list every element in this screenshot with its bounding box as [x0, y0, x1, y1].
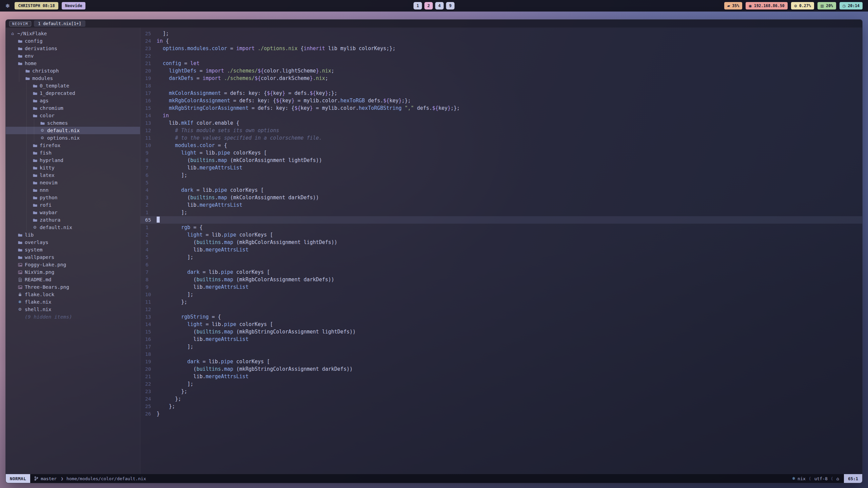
- tree-item-ags[interactable]: ags: [6, 97, 140, 104]
- code-line[interactable]: 21 config = let: [140, 60, 862, 67]
- code-line[interactable]: 4 dark = lib.pipe colorKeys [: [140, 186, 862, 194]
- user-uptime-module[interactable]: CHRISTOPH 08:18: [15, 2, 58, 9]
- volume-module[interactable]: ▰35%: [724, 2, 742, 9]
- code-line[interactable]: 2 lib.mergeAttrsList: [140, 201, 862, 209]
- code-line[interactable]: 20 lightDefs = import ./schemes/${color.…: [140, 67, 862, 75]
- code-line[interactable]: 2 light = lib.pipe colorKeys [: [140, 231, 862, 239]
- tree-item-kitty[interactable]: kitty: [6, 164, 140, 171]
- code-line[interactable]: 5 ];: [140, 253, 862, 261]
- code-line[interactable]: 24 };: [140, 395, 862, 403]
- tree-item-default-nix[interactable]: ⚙default.nix: [6, 127, 140, 134]
- code-line[interactable]: 5: [140, 179, 862, 186]
- git-branch[interactable]: master: [30, 476, 61, 481]
- tree-item-hyprland[interactable]: hyprland: [6, 157, 140, 164]
- code-line[interactable]: 18: [140, 350, 862, 358]
- code-line[interactable]: 6: [140, 261, 862, 268]
- code-line[interactable]: 16 mkRgbColorAssignment = defs: key: {${…: [140, 97, 862, 104]
- tree-item-env[interactable]: env: [6, 52, 140, 60]
- tree-item-config[interactable]: config: [6, 37, 140, 45]
- tree-item-0-template[interactable]: 0_template: [6, 82, 140, 89]
- tree-item-chromium[interactable]: chromium: [6, 104, 140, 112]
- tree-item-latex[interactable]: latex: [6, 171, 140, 179]
- tree-item-9-hidden-items[interactable]: (9 hidden items): [6, 313, 140, 321]
- tree-item-schemes[interactable]: schemes: [6, 119, 140, 127]
- workspace-2[interactable]: 2: [425, 2, 433, 9]
- workspace-4[interactable]: 4: [435, 2, 444, 9]
- tree-item-wallpapers[interactable]: wallpapers: [6, 253, 140, 261]
- code-line[interactable]: 7 dark = lib.pipe colorKeys [: [140, 268, 862, 276]
- code-line[interactable]: 11 # to the values specified in a colors…: [140, 134, 862, 142]
- code-line[interactable]: 19 dark = lib.pipe colorKeys [: [140, 358, 862, 365]
- tree-item-rofi[interactable]: rofi: [6, 201, 140, 209]
- tree-item-shell-nix[interactable]: ⚙shell.nix: [6, 306, 140, 313]
- code-line[interactable]: 23 };: [140, 388, 862, 395]
- tree-item-fish[interactable]: fish: [6, 149, 140, 157]
- tree-item-nnn[interactable]: nnn: [6, 186, 140, 194]
- tree-item-three-bears-png[interactable]: Three-Bears.png: [6, 283, 140, 291]
- code-line[interactable]: 22 ];: [140, 380, 862, 388]
- code-line[interactable]: 65: [140, 216, 862, 224]
- tree-item-foggy-lake-png[interactable]: Foggy-Lake.png: [6, 261, 140, 268]
- workspace-9[interactable]: 9: [446, 2, 455, 9]
- tree-item-home[interactable]: home: [6, 60, 140, 67]
- clock-module[interactable]: ◷20:14: [840, 2, 863, 9]
- tree-item-nixvim-png[interactable]: NixVim.png: [6, 268, 140, 276]
- tree-item-python[interactable]: python: [6, 194, 140, 201]
- tree-item-readme-md[interactable]: README.md: [6, 276, 140, 283]
- code-line[interactable]: 17 ];: [140, 343, 862, 350]
- memory-module[interactable]: ▥20%: [817, 2, 836, 9]
- file-tree-panel[interactable]: ⌂~/NixFlakeconfigderivationsenvhomechris…: [6, 28, 140, 474]
- code-line[interactable]: 4 lib.mergeAttrsList: [140, 246, 862, 253]
- editor-pane[interactable]: 25 ];24in {23 options.modules.color = im…: [140, 28, 862, 474]
- code-line[interactable]: 9 lib.mergeAttrsList: [140, 283, 862, 291]
- tree-item-modules[interactable]: modules: [6, 75, 140, 82]
- tree-item-overlays[interactable]: overlays: [6, 239, 140, 246]
- tree-item-firefox[interactable]: firefox: [6, 142, 140, 149]
- code-line[interactable]: 21 lib.mergeAttrsList: [140, 373, 862, 380]
- code-line[interactable]: 25 ];: [140, 30, 862, 37]
- tree-item-flake-lock[interactable]: flake.lock: [6, 291, 140, 298]
- code-line[interactable]: 25 };: [140, 403, 862, 410]
- code-line[interactable]: 12: [140, 306, 862, 313]
- code-line[interactable]: 8 (builtins.map (mkRgbColorAssignment da…: [140, 276, 862, 283]
- tree-item-1-deprecated[interactable]: 1_deprecated: [6, 89, 140, 97]
- code-line[interactable]: 24in {: [140, 37, 862, 45]
- tree-item-system[interactable]: system: [6, 246, 140, 253]
- code-line[interactable]: 9 light = lib.pipe colorKeys [: [140, 149, 862, 157]
- code-line[interactable]: 1 ];: [140, 209, 862, 216]
- code-line[interactable]: 13 rgbString = {: [140, 313, 862, 321]
- tree-item-neovim[interactable]: neovim: [6, 179, 140, 186]
- code-line[interactable]: 15 mkRgbStringColorAssignment = defs: ke…: [140, 104, 862, 112]
- app-module[interactable]: Neovide: [62, 2, 86, 9]
- code-line[interactable]: 12 # This module sets its own options: [140, 127, 862, 134]
- code-line[interactable]: 13 lib.mkIf color.enable {: [140, 119, 862, 127]
- code-line[interactable]: 18: [140, 82, 862, 89]
- code-line[interactable]: 17 mkColorAssignment = defs: key: {${key…: [140, 89, 862, 97]
- tree-item-waybar[interactable]: waybar: [6, 209, 140, 216]
- code-line[interactable]: 11 };: [140, 298, 862, 306]
- tree-item-christoph[interactable]: christoph: [6, 67, 140, 75]
- code-line[interactable]: 1 rgb = {: [140, 224, 862, 231]
- tree-item-options-nix[interactable]: ⚙options.nix: [6, 134, 140, 142]
- tree-item-default-nix[interactable]: ⚙default.nix: [6, 224, 140, 231]
- tree-item-zathura[interactable]: zathura: [6, 216, 140, 224]
- tree-item-color[interactable]: color: [6, 112, 140, 119]
- code-line[interactable]: 16 lib.mergeAttrsList: [140, 336, 862, 343]
- code-line[interactable]: 10 modules.color = {: [140, 142, 862, 149]
- workspace-1[interactable]: 1: [414, 2, 422, 9]
- cpu-module[interactable]: ⊙0.27%: [791, 2, 814, 9]
- code-line[interactable]: 3 (builtins.map (mkColorAssignment darkD…: [140, 194, 862, 201]
- code-line[interactable]: 3 (builtins.map (mkRgbColorAssignment li…: [140, 239, 862, 246]
- tree-item-derivations[interactable]: derivations: [6, 45, 140, 52]
- code-line[interactable]: 14 light = lib.pipe colorKeys [: [140, 321, 862, 328]
- code-line[interactable]: 23 options.modules.color = import ./opti…: [140, 45, 862, 52]
- code-line[interactable]: 7 lib.mergeAttrsList: [140, 164, 862, 171]
- nix-logo-icon[interactable]: ❄: [5, 3, 10, 9]
- tree-item-lib[interactable]: lib: [6, 231, 140, 239]
- code-line[interactable]: 14 in: [140, 112, 862, 119]
- code-line[interactable]: 8 (builtins.map (mkColorAssignment light…: [140, 157, 862, 164]
- code-line[interactable]: 10 ];: [140, 291, 862, 298]
- code-line[interactable]: 26}: [140, 410, 862, 418]
- network-module[interactable]: ◉192.168.86.50: [746, 2, 788, 9]
- code-line[interactable]: 20 (builtins.map (mkRgbStringColorAssign…: [140, 365, 862, 373]
